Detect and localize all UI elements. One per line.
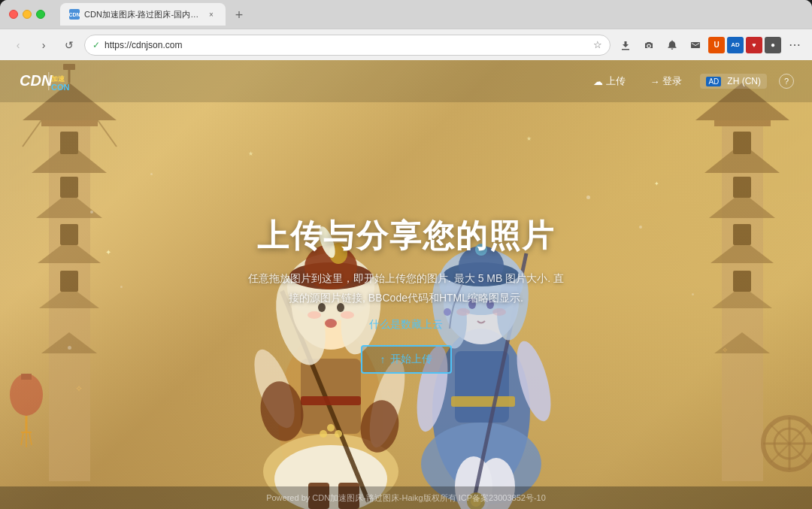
bell-icon[interactable] — [662, 35, 683, 56]
ext-u-icon[interactable]: U — [708, 37, 725, 53]
tab-close-button[interactable]: × — [206, 9, 217, 20]
hero-description: 任意拖放图片到这里，即开始上传您的图片. 最大 5 MB 图片大小. 直接的源图… — [248, 269, 564, 307]
site-header: CDN 加速 CON ☁ 上传 → 登录 AD — [0, 60, 812, 102]
tab-title: CDN加速图床-路过图床-国内图床 — [84, 9, 201, 20]
question-mark-icon: ? — [784, 77, 789, 86]
upload-label: 上传 — [606, 74, 626, 88]
back-button[interactable]: ‹ — [8, 35, 29, 56]
traffic-lights — [9, 10, 45, 19]
tab-favicon: CDN — [69, 9, 80, 20]
login-arrow-icon: → — [650, 76, 659, 87]
svg-rect-95 — [48, 72, 50, 90]
more-button[interactable]: ⋯ — [783, 35, 804, 56]
new-tab-button[interactable]: + — [229, 5, 250, 26]
start-btn-label: 开始上传 — [390, 353, 432, 366]
svg-text:CON: CON — [51, 83, 70, 92]
upload-header-button[interactable]: ☁ 上传 — [587, 71, 632, 91]
mail-icon[interactable] — [685, 35, 706, 56]
login-header-button[interactable]: → 登录 — [644, 71, 688, 91]
browser-window: CDN CDN加速图床-路过图床-国内图床 × + ‹ › ↺ ✓ https:… — [0, 0, 812, 509]
secure-icon: ✓ — [92, 40, 100, 50]
back-icon: ‹ — [17, 39, 20, 51]
site-footer: Powered by CDN加速图床-路过图床-Haikg版权所有 ICP备案2… — [0, 486, 812, 509]
svg-text:加速: 加速 — [50, 75, 65, 83]
camera-icon[interactable] — [638, 35, 659, 56]
address-bar[interactable]: ✓ https://cdnjson.com ☆ — [84, 35, 611, 56]
title-bar: CDN CDN加速图床-路过图床-国内图床 × + — [0, 0, 812, 29]
site-logo[interactable]: CDN 加速 CON — [18, 69, 108, 93]
help-button[interactable]: ? — [779, 74, 794, 89]
webpage-content: ✦ ✦ ✧ ✧ ★ ★ CDN 加速 CON — [0, 60, 812, 509]
ext-ad-icon[interactable]: AD — [727, 37, 744, 53]
bookmark-icon[interactable]: ☆ — [593, 39, 602, 50]
upload-cloud-icon: ☁ — [593, 76, 603, 87]
header-actions: ☁ 上传 → 登录 AD ZH (CN) ? — [587, 71, 794, 91]
download-icon[interactable] — [615, 35, 636, 56]
forward-icon: › — [42, 39, 46, 51]
close-window-button[interactable] — [9, 10, 18, 19]
ai-label: AD — [706, 77, 721, 86]
refresh-button[interactable]: ↺ — [59, 35, 80, 56]
hero-learn-more-link[interactable]: 什么是数藏上云 — [369, 318, 443, 332]
language-selector[interactable]: AD ZH (CN) — [700, 74, 767, 89]
start-upload-button[interactable]: ↑ 开始上传 — [361, 345, 452, 374]
toolbar-extensions: U AD ♥ ● ⋯ — [615, 35, 804, 56]
hero-section: 上传与分享您的照片 任意拖放图片到这里，即开始上传您的图片. 最大 5 MB 图… — [0, 102, 812, 486]
active-tab[interactable]: CDN CDN加速图床-路过图床-国内图床 × — [60, 3, 226, 26]
footer-text: Powered by CDN加速图床-路过图床-Haikg版权所有 ICP备案2… — [266, 492, 546, 504]
url-display: https://cdnjson.com — [105, 40, 589, 50]
svg-text:CDN: CDN — [20, 72, 53, 89]
language-label: ZH (CN) — [727, 76, 761, 86]
maximize-window-button[interactable] — [36, 10, 45, 19]
ext-heart-icon[interactable]: ♥ — [746, 37, 762, 53]
hero-title: 上传与分享您的照片 — [257, 215, 555, 257]
upload-arrow-icon: ↑ — [380, 353, 386, 365]
minimize-window-button[interactable] — [23, 10, 32, 19]
address-bar-actions: ☆ — [593, 39, 602, 50]
browser-toolbar: ‹ › ↺ ✓ https://cdnjson.com ☆ — [0, 29, 812, 60]
refresh-icon: ↺ — [65, 39, 74, 51]
ext-circle-icon[interactable]: ● — [765, 37, 781, 53]
login-label: 登录 — [662, 74, 682, 88]
forward-button[interactable]: › — [33, 35, 54, 56]
